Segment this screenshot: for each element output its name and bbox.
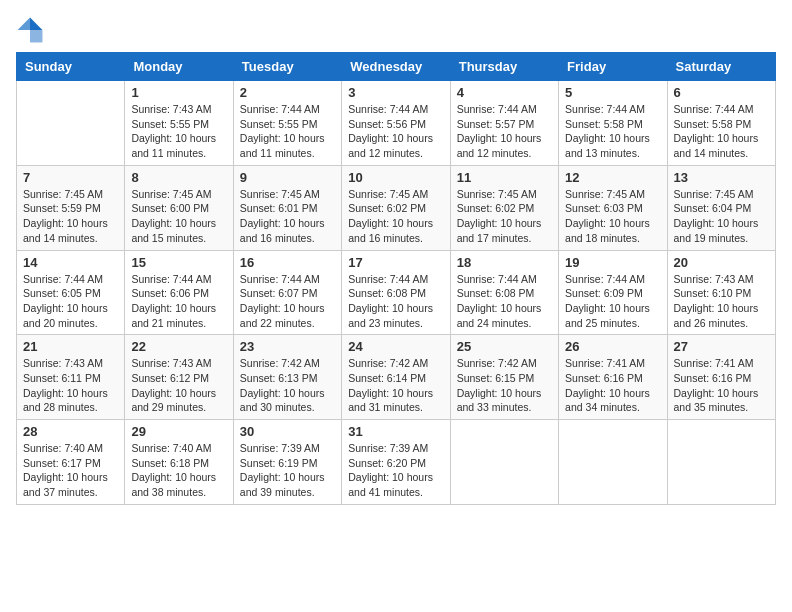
day-number: 21 xyxy=(23,339,118,354)
day-info: Sunrise: 7:45 AMSunset: 5:59 PMDaylight:… xyxy=(23,187,118,246)
day-number: 5 xyxy=(565,85,660,100)
day-info: Sunrise: 7:42 AMSunset: 6:15 PMDaylight:… xyxy=(457,356,552,415)
logo xyxy=(16,16,46,44)
calendar-cell: 18Sunrise: 7:44 AMSunset: 6:08 PMDayligh… xyxy=(450,250,558,335)
weekday-header: Wednesday xyxy=(342,53,450,81)
calendar-cell: 13Sunrise: 7:45 AMSunset: 6:04 PMDayligh… xyxy=(667,165,775,250)
day-number: 19 xyxy=(565,255,660,270)
day-info: Sunrise: 7:44 AMSunset: 6:08 PMDaylight:… xyxy=(348,272,443,331)
day-number: 27 xyxy=(674,339,769,354)
calendar-header-row: SundayMondayTuesdayWednesdayThursdayFrid… xyxy=(17,53,776,81)
calendar-table: SundayMondayTuesdayWednesdayThursdayFrid… xyxy=(16,52,776,505)
day-info: Sunrise: 7:44 AMSunset: 5:55 PMDaylight:… xyxy=(240,102,335,161)
calendar-cell xyxy=(559,420,667,505)
day-number: 20 xyxy=(674,255,769,270)
day-info: Sunrise: 7:42 AMSunset: 6:13 PMDaylight:… xyxy=(240,356,335,415)
weekday-header: Sunday xyxy=(17,53,125,81)
day-info: Sunrise: 7:40 AMSunset: 6:17 PMDaylight:… xyxy=(23,441,118,500)
calendar-cell: 26Sunrise: 7:41 AMSunset: 6:16 PMDayligh… xyxy=(559,335,667,420)
calendar-week-row: 21Sunrise: 7:43 AMSunset: 6:11 PMDayligh… xyxy=(17,335,776,420)
day-number: 15 xyxy=(131,255,226,270)
day-number: 31 xyxy=(348,424,443,439)
calendar-cell: 25Sunrise: 7:42 AMSunset: 6:15 PMDayligh… xyxy=(450,335,558,420)
calendar-cell: 6Sunrise: 7:44 AMSunset: 5:58 PMDaylight… xyxy=(667,81,775,166)
weekday-header: Thursday xyxy=(450,53,558,81)
calendar-cell: 27Sunrise: 7:41 AMSunset: 6:16 PMDayligh… xyxy=(667,335,775,420)
calendar-cell: 3Sunrise: 7:44 AMSunset: 5:56 PMDaylight… xyxy=(342,81,450,166)
calendar-cell: 21Sunrise: 7:43 AMSunset: 6:11 PMDayligh… xyxy=(17,335,125,420)
weekday-header: Saturday xyxy=(667,53,775,81)
calendar-cell: 8Sunrise: 7:45 AMSunset: 6:00 PMDaylight… xyxy=(125,165,233,250)
day-number: 1 xyxy=(131,85,226,100)
day-info: Sunrise: 7:43 AMSunset: 6:12 PMDaylight:… xyxy=(131,356,226,415)
day-number: 17 xyxy=(348,255,443,270)
day-info: Sunrise: 7:44 AMSunset: 5:58 PMDaylight:… xyxy=(674,102,769,161)
weekday-header: Tuesday xyxy=(233,53,341,81)
calendar-cell: 11Sunrise: 7:45 AMSunset: 6:02 PMDayligh… xyxy=(450,165,558,250)
day-number: 25 xyxy=(457,339,552,354)
calendar-cell: 4Sunrise: 7:44 AMSunset: 5:57 PMDaylight… xyxy=(450,81,558,166)
calendar-cell: 28Sunrise: 7:40 AMSunset: 6:17 PMDayligh… xyxy=(17,420,125,505)
day-info: Sunrise: 7:45 AMSunset: 6:02 PMDaylight:… xyxy=(457,187,552,246)
day-number: 6 xyxy=(674,85,769,100)
day-info: Sunrise: 7:41 AMSunset: 6:16 PMDaylight:… xyxy=(565,356,660,415)
day-number: 4 xyxy=(457,85,552,100)
calendar-cell: 16Sunrise: 7:44 AMSunset: 6:07 PMDayligh… xyxy=(233,250,341,335)
calendar-cell: 15Sunrise: 7:44 AMSunset: 6:06 PMDayligh… xyxy=(125,250,233,335)
day-number: 23 xyxy=(240,339,335,354)
calendar-cell: 2Sunrise: 7:44 AMSunset: 5:55 PMDaylight… xyxy=(233,81,341,166)
day-number: 13 xyxy=(674,170,769,185)
calendar-cell: 29Sunrise: 7:40 AMSunset: 6:18 PMDayligh… xyxy=(125,420,233,505)
calendar-cell: 14Sunrise: 7:44 AMSunset: 6:05 PMDayligh… xyxy=(17,250,125,335)
calendar-cell: 23Sunrise: 7:42 AMSunset: 6:13 PMDayligh… xyxy=(233,335,341,420)
calendar-cell: 9Sunrise: 7:45 AMSunset: 6:01 PMDaylight… xyxy=(233,165,341,250)
calendar-cell: 20Sunrise: 7:43 AMSunset: 6:10 PMDayligh… xyxy=(667,250,775,335)
day-number: 2 xyxy=(240,85,335,100)
svg-marker-1 xyxy=(30,30,42,42)
calendar-cell: 12Sunrise: 7:45 AMSunset: 6:03 PMDayligh… xyxy=(559,165,667,250)
day-number: 12 xyxy=(565,170,660,185)
svg-marker-0 xyxy=(30,18,42,30)
weekday-header: Friday xyxy=(559,53,667,81)
day-info: Sunrise: 7:43 AMSunset: 5:55 PMDaylight:… xyxy=(131,102,226,161)
calendar-week-row: 7Sunrise: 7:45 AMSunset: 5:59 PMDaylight… xyxy=(17,165,776,250)
day-info: Sunrise: 7:43 AMSunset: 6:11 PMDaylight:… xyxy=(23,356,118,415)
day-number: 7 xyxy=(23,170,118,185)
day-info: Sunrise: 7:44 AMSunset: 6:05 PMDaylight:… xyxy=(23,272,118,331)
calendar-cell: 10Sunrise: 7:45 AMSunset: 6:02 PMDayligh… xyxy=(342,165,450,250)
calendar-week-row: 28Sunrise: 7:40 AMSunset: 6:17 PMDayligh… xyxy=(17,420,776,505)
calendar-cell xyxy=(17,81,125,166)
logo-icon xyxy=(16,16,44,44)
day-info: Sunrise: 7:42 AMSunset: 6:14 PMDaylight:… xyxy=(348,356,443,415)
day-number: 11 xyxy=(457,170,552,185)
day-info: Sunrise: 7:44 AMSunset: 6:09 PMDaylight:… xyxy=(565,272,660,331)
calendar-week-row: 1Sunrise: 7:43 AMSunset: 5:55 PMDaylight… xyxy=(17,81,776,166)
day-number: 9 xyxy=(240,170,335,185)
day-info: Sunrise: 7:44 AMSunset: 6:08 PMDaylight:… xyxy=(457,272,552,331)
day-info: Sunrise: 7:44 AMSunset: 5:58 PMDaylight:… xyxy=(565,102,660,161)
page-header xyxy=(16,16,776,44)
day-number: 26 xyxy=(565,339,660,354)
day-info: Sunrise: 7:44 AMSunset: 5:56 PMDaylight:… xyxy=(348,102,443,161)
calendar-cell: 5Sunrise: 7:44 AMSunset: 5:58 PMDaylight… xyxy=(559,81,667,166)
calendar-cell: 17Sunrise: 7:44 AMSunset: 6:08 PMDayligh… xyxy=(342,250,450,335)
day-number: 24 xyxy=(348,339,443,354)
day-number: 29 xyxy=(131,424,226,439)
day-info: Sunrise: 7:44 AMSunset: 5:57 PMDaylight:… xyxy=(457,102,552,161)
calendar-cell: 22Sunrise: 7:43 AMSunset: 6:12 PMDayligh… xyxy=(125,335,233,420)
day-info: Sunrise: 7:45 AMSunset: 6:01 PMDaylight:… xyxy=(240,187,335,246)
calendar-week-row: 14Sunrise: 7:44 AMSunset: 6:05 PMDayligh… xyxy=(17,250,776,335)
day-number: 8 xyxy=(131,170,226,185)
calendar-cell xyxy=(450,420,558,505)
day-number: 22 xyxy=(131,339,226,354)
calendar-cell: 24Sunrise: 7:42 AMSunset: 6:14 PMDayligh… xyxy=(342,335,450,420)
svg-marker-2 xyxy=(18,18,30,30)
day-info: Sunrise: 7:44 AMSunset: 6:06 PMDaylight:… xyxy=(131,272,226,331)
day-number: 14 xyxy=(23,255,118,270)
day-info: Sunrise: 7:45 AMSunset: 6:03 PMDaylight:… xyxy=(565,187,660,246)
calendar-cell xyxy=(667,420,775,505)
day-number: 16 xyxy=(240,255,335,270)
calendar-cell: 7Sunrise: 7:45 AMSunset: 5:59 PMDaylight… xyxy=(17,165,125,250)
weekday-header: Monday xyxy=(125,53,233,81)
day-number: 10 xyxy=(348,170,443,185)
